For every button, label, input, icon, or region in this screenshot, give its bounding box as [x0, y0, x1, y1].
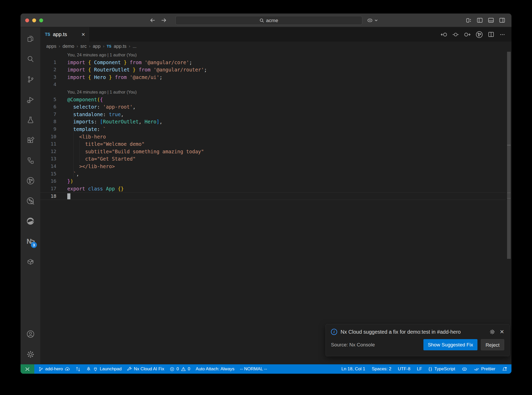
language-status[interactable]: {} TypeScript [429, 366, 455, 372]
encoding-status[interactable]: UTF-8 [398, 366, 410, 372]
toggle-panel-icon[interactable] [488, 17, 494, 23]
copilot-menu[interactable] [367, 14, 378, 27]
code-row[interactable]: 10 <lib-hero [40, 133, 506, 141]
edge-browser-icon[interactable] [21, 211, 40, 231]
code-row[interactable]: 17export class App {} [40, 185, 506, 193]
code-row[interactable]: 9 template: ` [40, 126, 506, 133]
codelens-blame[interactable]: You, 24 minutes ago | 1 author (You) [67, 88, 137, 96]
branch-name: add-hero [45, 366, 63, 372]
settings-gear-icon[interactable] [21, 344, 40, 364]
forward-icon[interactable] [161, 17, 167, 24]
scrollbar-thumb[interactable] [507, 52, 511, 259]
code-row[interactable]: 12 subtitle="Build something amazing tod… [40, 148, 506, 155]
code-editor[interactable]: You, 24 minutes ago | 1 author (You)1imp… [40, 51, 511, 364]
code-row[interactable]: 16}) [40, 177, 506, 185]
command-center-search[interactable]: acme [175, 16, 362, 25]
breadcrumb-item[interactable]: src [80, 44, 87, 49]
code-row[interactable]: 5@Component({ [40, 96, 506, 103]
nx-cloud-ai-fix-status[interactable]: Nx Cloud AI Fix [127, 366, 164, 372]
code-row[interactable]: 15 `, [40, 170, 506, 178]
code-row[interactable]: 6 selector: 'app-root', [40, 103, 506, 111]
more-actions-icon[interactable] [499, 31, 506, 38]
code-row[interactable]: 3import { Hero } from '@acme/ui'; [40, 74, 506, 81]
search-icon[interactable] [21, 49, 40, 69]
project-graph-icon[interactable] [21, 170, 40, 191]
run-debug-icon[interactable] [21, 89, 40, 110]
explorer-icon[interactable] [21, 29, 40, 49]
next-change-icon[interactable] [464, 31, 471, 38]
braces-icon: {} [429, 366, 433, 372]
eol-status[interactable]: LF [417, 366, 422, 372]
overview-ruler-mark [507, 198, 511, 199]
indentation-status[interactable]: Spaces: 2 [372, 366, 391, 372]
line-number [40, 88, 56, 96]
auto-attach-status[interactable]: Auto Attach: Always [196, 366, 234, 372]
copilot-status[interactable] [462, 366, 467, 372]
git-branch-status[interactable]: add-hero [38, 366, 70, 372]
reject-button[interactable]: Reject [481, 339, 504, 350]
hierarchy-icon[interactable] [21, 150, 40, 170]
launchpad-status[interactable]: Launchpad [86, 366, 122, 372]
breadcrumb-item[interactable]: ... [132, 44, 136, 49]
code-row[interactable]: 2import { RouterOutlet } from '@angular/… [40, 66, 506, 74]
line-number: 1 [40, 59, 56, 66]
remote-indicator[interactable] [21, 364, 34, 374]
vim-mode-status[interactable]: -- NORMAL -- [240, 366, 267, 372]
code-row[interactable]: 7 standalone: true, [40, 111, 506, 118]
codelens-blame[interactable]: You, 24 minutes ago | 1 author (You) [67, 51, 137, 59]
maximize-window-button[interactable] [39, 18, 43, 22]
tab-app-ts[interactable]: TS app.ts ✕ [40, 27, 89, 42]
error-icon [170, 367, 175, 372]
scrollbar-track[interactable] [506, 51, 511, 364]
line-number: 4 [40, 81, 56, 88]
source-control-icon[interactable] [21, 69, 40, 89]
code-line: cta="Get Started" [67, 155, 136, 163]
code-row[interactable]: 13 cta="Get Started" [40, 155, 506, 163]
nx-icon[interactable]: N> 3 [21, 231, 40, 252]
split-editor-icon[interactable] [488, 31, 495, 38]
cursor-position-status[interactable]: Ln 18, Col 1 [341, 366, 365, 372]
branch-icon [38, 367, 43, 372]
code-row[interactable]: 4 [40, 81, 506, 88]
prettier-status[interactable]: Prettier [474, 366, 495, 372]
code-row[interactable]: You, 24 minutes ago | 1 author (You) [40, 88, 506, 96]
back-icon[interactable] [149, 17, 156, 24]
code-row[interactable]: 1import { Component } from '@angular/cor… [40, 59, 506, 66]
customize-layout-icon[interactable] [466, 17, 472, 23]
code-row[interactable]: 14 ></lib-hero> [40, 163, 506, 170]
problems-status[interactable]: 0 0 [170, 366, 190, 372]
prev-change-icon[interactable] [440, 31, 448, 38]
minimize-window-button[interactable] [32, 18, 36, 22]
code-row[interactable]: 8 imports: [RouterOutlet, Hero], [40, 118, 506, 126]
toggle-secondary-sidebar-icon[interactable] [499, 17, 505, 23]
breadcrumb-item[interactable]: apps [46, 44, 56, 49]
toggle-sidebar-icon[interactable] [477, 17, 483, 23]
breadcrumb-item[interactable]: app.ts [114, 44, 127, 49]
commit-node-icon[interactable] [452, 31, 459, 38]
gear-icon[interactable] [489, 329, 495, 335]
graph-search-icon[interactable] [21, 191, 40, 211]
show-suggested-fix-button[interactable]: Show Suggested Fix [423, 339, 477, 350]
breadcrumb-item[interactable]: app [93, 44, 101, 49]
line-number [40, 51, 56, 59]
account-icon[interactable] [21, 324, 40, 344]
code-row[interactable]: 11 title="Welcmoe demo" [40, 140, 506, 148]
container-icon[interactable] [21, 252, 40, 272]
close-icon[interactable]: ✕ [500, 329, 504, 335]
graph-circle-icon[interactable] [475, 31, 483, 38]
close-tab-icon[interactable]: ✕ [81, 32, 85, 37]
extensions-icon[interactable] [21, 130, 40, 150]
git-compare-status[interactable] [76, 367, 81, 372]
search-value: acme [266, 18, 278, 23]
prettier-label: Prettier [481, 366, 495, 372]
breadcrumb-item[interactable]: demo [63, 44, 74, 49]
close-window-button[interactable] [25, 18, 29, 22]
double-check-icon [474, 366, 479, 372]
testing-icon[interactable] [21, 110, 40, 130]
notifications-bell[interactable] [502, 366, 507, 372]
code-row[interactable]: 18 [40, 192, 506, 200]
chevron-right-icon: › [59, 44, 60, 49]
code-row[interactable]: You, 24 minutes ago | 1 author (You) [40, 51, 506, 59]
cloud-upload-icon [65, 366, 70, 372]
activity-bar: N> 3 [21, 27, 40, 364]
